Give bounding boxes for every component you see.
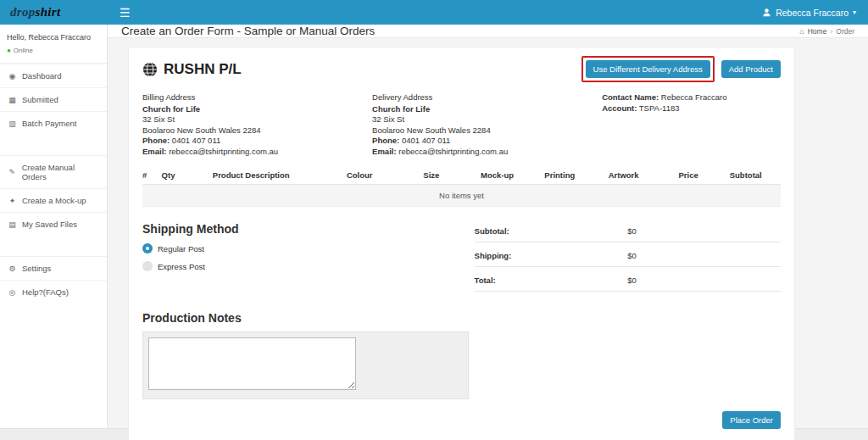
subtotal-label: Subtotal: [475, 226, 628, 236]
delivery-address-label: Delivery Address [372, 92, 602, 103]
submitted-icon: ▦ [8, 96, 17, 104]
sidebar-item-dashboard[interactable]: ◉Dashboard [0, 64, 107, 87]
contact-name-label: Contact Name: [602, 92, 659, 102]
billing-phone: Phone: 0401 407 011 [142, 136, 372, 147]
breadcrumb-separator: › [830, 27, 832, 36]
address-section: Billing Address Church for Life 32 Six S… [142, 92, 781, 157]
account-label: Account: [602, 103, 637, 113]
billing-name: Church for Life [142, 104, 200, 114]
hamburger-menu-icon[interactable]: ☰ [120, 7, 131, 19]
sidebar-item-label: Settings [22, 264, 51, 273]
header-buttons: Use Different Delivery Address Add Produ… [581, 56, 781, 82]
user-menu[interactable]: Rebecca Fraccaro ▾ [762, 8, 856, 18]
saved-files-icon: ▤ [8, 220, 17, 229]
sidebar-item-label: Batch Payment [22, 119, 76, 128]
col-artwork: Artwork [609, 170, 679, 180]
create-mockup-icon: ✦ [8, 197, 17, 205]
sidebar-item-settings[interactable]: ⚙Settings [0, 256, 107, 280]
topbar: dropshirt ☰ Rebecca Fraccaro ▾ [0, 0, 868, 25]
batch-payment-icon: ▥ [8, 120, 17, 128]
sidebar: Hello, Rebecca Fraccaro ●Online ◉Dashboa… [0, 25, 108, 428]
col-qty: Qty [162, 170, 213, 180]
billing-address-label: Billing Address [142, 92, 372, 103]
subtotal-row: Subtotal: $0 [475, 224, 781, 242]
sidebar-item-label: Create a Mock-up [22, 196, 86, 205]
logo-shirt: shirt [36, 5, 61, 19]
col-mockup: Mock-up [481, 170, 544, 180]
page-header: Create an Order Form - Sample or Manual … [108, 25, 868, 38]
delivery-email: Email: rebecca@tshirtprinting.com.au [372, 147, 602, 158]
production-notes-section: Production Notes [142, 311, 781, 399]
app-logo[interactable]: dropshirt [0, 5, 108, 19]
breadcrumb-home[interactable]: Home [808, 27, 827, 36]
shipping-method-section: Shipping Method Regular Post Express Pos… [142, 222, 475, 298]
contact-info: Contact Name: Rebecca Fraccaro Account: … [602, 92, 781, 157]
billing-address: Billing Address Church for Life 32 Six S… [142, 92, 372, 157]
person-icon [762, 8, 771, 17]
delivery-address: Delivery Address Church for Life 32 Six … [372, 92, 602, 157]
online-status: ●Online [0, 45, 107, 64]
phone-label: Phone: [142, 136, 170, 145]
sidebar-item-batch-payment[interactable]: ▥Batch Payment [0, 111, 107, 135]
help-icon: ◎ [8, 288, 17, 297]
email-value: rebecca@tshirtprinting.com.au [169, 147, 278, 156]
main-content: Create an Order Form - Sample or Manual … [108, 25, 868, 428]
shipping-option-regular[interactable]: Regular Post [142, 243, 475, 253]
sidebar-greeting: Hello, Rebecca Fraccaro [0, 25, 107, 45]
delivery-name: Church for Life [372, 104, 430, 114]
radio-express-post[interactable] [142, 261, 153, 271]
col-product-description: Product Description [213, 170, 347, 180]
sidebar-item-create-mockup[interactable]: ✦Create a Mock-up [0, 188, 107, 212]
email-label: Email: [142, 147, 167, 156]
sidebar-item-create-manual-orders[interactable]: ✎Create Manual Orders [0, 155, 107, 188]
online-dot-icon: ● [7, 47, 11, 54]
sidebar-item-my-saved-files[interactable]: ▤My Saved Files [0, 212, 107, 236]
total-value: $0 [627, 276, 781, 285]
col-subtotal: Subtotal [730, 170, 781, 180]
logo-drop: drop [10, 5, 36, 19]
add-product-button[interactable]: Add Product [721, 60, 781, 78]
radio-label: Express Post [158, 262, 205, 271]
use-different-delivery-address-button[interactable]: Use Different Delivery Address [586, 60, 710, 78]
place-order-button[interactable]: Place Order [722, 411, 781, 429]
page-title: Create an Order Form - Sample or Manual … [121, 25, 375, 37]
create-manual-orders-icon: ✎ [8, 168, 17, 176]
delivery-city: Boolaroo New South Wales 2284 [372, 125, 602, 136]
col-price: Price [678, 170, 729, 180]
subtotal-value: $0 [627, 226, 781, 236]
order-form-card: RUSHN P/L Use Different Delivery Address… [128, 47, 795, 440]
breadcrumb-current: Order [836, 27, 854, 36]
phone-label: Phone: [372, 136, 399, 145]
delivery-phone: Phone: 0401 407 011 [372, 136, 602, 147]
breadcrumb: ⌂ Home › Order [799, 27, 854, 36]
shipping-row: Shipping: $0 [475, 248, 781, 267]
production-notes-panel [142, 331, 469, 399]
globe-icon [142, 62, 158, 77]
shipping-label: Shipping: [475, 251, 628, 260]
table-header-row: # Qty Product Description Colour Size Mo… [142, 170, 781, 185]
email-label: Email: [372, 147, 397, 156]
billing-street: 32 Six St [142, 114, 372, 125]
production-notes-input[interactable] [148, 337, 356, 390]
sidebar-item-label: Create Manual Orders [22, 163, 99, 181]
sidebar-item-label: Dashboard [22, 71, 61, 81]
shipping-option-express[interactable]: Express Post [142, 261, 475, 271]
settings-icon: ⚙ [8, 265, 17, 273]
col-size: Size [423, 170, 481, 180]
contact-name-row: Contact Name: Rebecca Fraccaro [602, 92, 781, 103]
sidebar-item-submitted[interactable]: ▦Submitted [0, 87, 107, 111]
account-value: TSPA-1183 [639, 103, 680, 113]
email-value: rebecca@tshirtprinting.com.au [398, 147, 508, 156]
total-label: Total: [475, 276, 628, 285]
online-status-label: Online [14, 47, 33, 54]
caret-down-icon: ▾ [853, 8, 856, 16]
shipping-method-title: Shipping Method [142, 222, 475, 236]
radio-regular-post[interactable] [142, 243, 153, 253]
col-printing: Printing [544, 170, 608, 180]
empty-items-message: No items yet [142, 185, 781, 207]
dashboard-icon: ◉ [8, 72, 17, 81]
account-row: Account: TSPA-1183 [602, 103, 781, 114]
billing-email: Email: rebecca@tshirtprinting.com.au [142, 147, 372, 158]
company-header: RUSHN P/L Use Different Delivery Address… [142, 56, 781, 82]
sidebar-item-help[interactable]: ◎Help?(FAQs) [0, 280, 107, 304]
